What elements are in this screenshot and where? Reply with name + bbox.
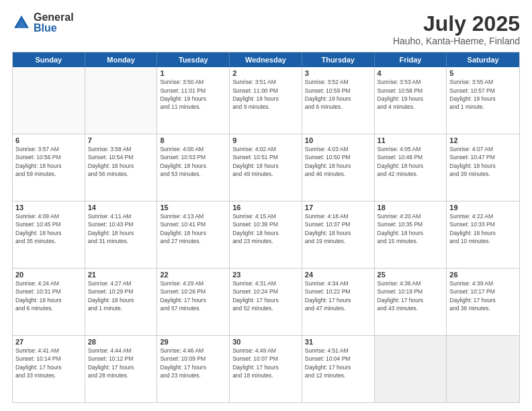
day-info: Sunrise: 4:29 AM Sunset: 10:26 PM Daylig… [160,279,226,312]
day-info: Sunrise: 4:15 AM Sunset: 10:39 PM Daylig… [232,212,299,245]
calendar-cell: 13Sunrise: 4:09 AM Sunset: 10:45 PM Dayl… [13,201,85,268]
day-info: Sunrise: 4:22 AM Sunset: 10:33 PM Daylig… [449,212,517,245]
day-number: 17 [305,203,371,212]
day-number: 30 [232,338,299,346]
day-info: Sunrise: 4:20 AM Sunset: 10:35 PM Daylig… [378,212,444,245]
logo-general: General [34,12,74,23]
calendar-week-3: 13Sunrise: 4:09 AM Sunset: 10:45 PM Dayl… [13,201,519,268]
calendar-cell: 10Sunrise: 4:03 AM Sunset: 10:50 PM Dayl… [302,134,375,201]
calendar-title: July 2025 [393,12,520,36]
day-info: Sunrise: 4:44 AM Sunset: 10:12 PM Daylig… [88,347,154,379]
calendar-cell: 9Sunrise: 4:02 AM Sunset: 10:51 PM Dayli… [230,134,302,201]
day-number: 21 [88,271,154,279]
day-info: Sunrise: 4:00 AM Sunset: 10:53 PM Daylig… [160,145,226,178]
day-number: 18 [378,203,444,212]
calendar-header-row: SundayMondayTuesdayWednesdayThursdayFrid… [13,52,519,67]
calendar-cell: 25Sunrise: 4:36 AM Sunset: 10:19 PM Dayl… [375,269,447,335]
header-day-tuesday: Tuesday [157,52,230,67]
day-number: 29 [160,338,226,346]
day-number: 14 [88,203,154,212]
day-number: 7 [88,136,154,144]
calendar-cell: 31Sunrise: 4:51 AM Sunset: 10:04 PM Dayl… [302,336,375,402]
calendar-cell: 12Sunrise: 4:07 AM Sunset: 10:47 PM Dayl… [447,134,519,201]
day-info: Sunrise: 4:36 AM Sunset: 10:19 PM Daylig… [378,279,444,312]
day-info: Sunrise: 3:57 AM Sunset: 10:56 PM Daylig… [15,145,82,178]
calendar-cell: 28Sunrise: 4:44 AM Sunset: 10:12 PM Dayl… [85,336,158,402]
calendar-cell: 19Sunrise: 4:22 AM Sunset: 10:33 PM Dayl… [447,201,519,268]
calendar-subtitle: Hauho, Kanta-Haeme, Finland [393,36,520,46]
calendar-week-1: 1Sunrise: 3:50 AM Sunset: 11:01 PM Dayli… [13,67,519,134]
calendar-cell: 4Sunrise: 3:53 AM Sunset: 10:58 PM Dayli… [375,67,447,134]
day-number: 5 [449,69,517,77]
calendar-cell: 8Sunrise: 4:00 AM Sunset: 10:53 PM Dayli… [157,134,230,201]
day-number: 20 [15,271,82,279]
day-info: Sunrise: 4:09 AM Sunset: 10:45 PM Daylig… [15,212,82,245]
day-info: Sunrise: 4:05 AM Sunset: 10:48 PM Daylig… [378,145,444,178]
logo: General Blue [12,12,74,34]
day-info: Sunrise: 4:27 AM Sunset: 10:29 PM Daylig… [88,279,154,312]
day-number: 1 [160,69,226,77]
day-info: Sunrise: 3:53 AM Sunset: 10:58 PM Daylig… [378,78,444,111]
calendar-cell: 5Sunrise: 3:55 AM Sunset: 10:57 PM Dayli… [447,67,519,134]
day-info: Sunrise: 4:24 AM Sunset: 10:31 PM Daylig… [15,279,82,312]
day-info: Sunrise: 4:46 AM Sunset: 10:09 PM Daylig… [160,347,226,379]
calendar-cell: 6Sunrise: 3:57 AM Sunset: 10:56 PM Dayli… [13,134,85,201]
day-info: Sunrise: 3:55 AM Sunset: 10:57 PM Daylig… [449,78,517,111]
header-day-friday: Friday [375,52,447,67]
day-number: 22 [160,271,226,279]
day-number: 16 [232,203,299,212]
calendar-cell [447,336,519,402]
day-info: Sunrise: 4:31 AM Sunset: 10:24 PM Daylig… [232,279,299,312]
calendar-cell: 7Sunrise: 3:58 AM Sunset: 10:54 PM Dayli… [85,134,158,201]
day-info: Sunrise: 4:51 AM Sunset: 10:04 PM Daylig… [305,347,371,379]
calendar-cell: 22Sunrise: 4:29 AM Sunset: 10:26 PM Dayl… [157,269,230,335]
day-number: 26 [449,271,517,279]
calendar-cell: 26Sunrise: 4:39 AM Sunset: 10:17 PM Dayl… [447,269,519,335]
calendar-body: 1Sunrise: 3:50 AM Sunset: 11:01 PM Dayli… [13,67,519,402]
day-number: 6 [15,136,82,144]
day-number: 8 [160,136,226,144]
calendar-cell: 14Sunrise: 4:11 AM Sunset: 10:43 PM Dayl… [85,201,158,268]
day-info: Sunrise: 4:49 AM Sunset: 10:07 PM Daylig… [232,347,299,379]
calendar-week-5: 27Sunrise: 4:41 AM Sunset: 10:14 PM Dayl… [13,335,519,402]
day-info: Sunrise: 3:51 AM Sunset: 11:00 PM Daylig… [232,78,299,111]
calendar-cell: 29Sunrise: 4:46 AM Sunset: 10:09 PM Dayl… [157,336,230,402]
logo-text: General Blue [34,12,74,34]
day-info: Sunrise: 4:18 AM Sunset: 10:37 PM Daylig… [305,212,371,245]
calendar-cell: 17Sunrise: 4:18 AM Sunset: 10:37 PM Dayl… [302,201,375,268]
day-number: 27 [15,338,82,346]
day-number: 3 [305,69,371,77]
calendar-cell: 16Sunrise: 4:15 AM Sunset: 10:39 PM Dayl… [230,201,302,268]
logo-icon [12,13,31,32]
calendar-cell: 15Sunrise: 4:13 AM Sunset: 10:41 PM Dayl… [157,201,230,268]
calendar-cell: 1Sunrise: 3:50 AM Sunset: 11:01 PM Dayli… [157,67,230,134]
calendar-cell [13,67,85,134]
calendar-cell: 2Sunrise: 3:51 AM Sunset: 11:00 PM Dayli… [230,67,302,134]
day-info: Sunrise: 3:52 AM Sunset: 10:59 PM Daylig… [305,78,371,111]
header-day-wednesday: Wednesday [230,52,302,67]
calendar-cell: 23Sunrise: 4:31 AM Sunset: 10:24 PM Dayl… [230,269,302,335]
header-day-thursday: Thursday [302,52,375,67]
day-number: 25 [378,271,444,279]
day-number: 24 [305,271,371,279]
day-info: Sunrise: 4:07 AM Sunset: 10:47 PM Daylig… [449,145,517,178]
calendar-cell: 27Sunrise: 4:41 AM Sunset: 10:14 PM Dayl… [13,336,85,402]
day-info: Sunrise: 4:03 AM Sunset: 10:50 PM Daylig… [305,145,371,178]
day-number: 11 [378,136,444,144]
day-number: 19 [449,203,517,212]
calendar-cell: 3Sunrise: 3:52 AM Sunset: 10:59 PM Dayli… [302,67,375,134]
calendar-cell: 21Sunrise: 4:27 AM Sunset: 10:29 PM Dayl… [85,269,158,335]
day-number: 28 [88,338,154,346]
day-info: Sunrise: 4:13 AM Sunset: 10:41 PM Daylig… [160,212,226,245]
calendar-cell [375,336,447,402]
calendar-cell: 20Sunrise: 4:24 AM Sunset: 10:31 PM Dayl… [13,269,85,335]
calendar-cell: 11Sunrise: 4:05 AM Sunset: 10:48 PM Dayl… [375,134,447,201]
day-number: 31 [305,338,371,346]
header-day-sunday: Sunday [13,52,85,67]
day-info: Sunrise: 3:58 AM Sunset: 10:54 PM Daylig… [88,145,154,178]
day-info: Sunrise: 4:39 AM Sunset: 10:17 PM Daylig… [449,279,517,312]
day-info: Sunrise: 3:50 AM Sunset: 11:01 PM Daylig… [160,78,226,111]
header-day-monday: Monday [85,52,158,67]
header: General Blue July 2025 Hauho, Kanta-Haem… [12,12,520,46]
day-info: Sunrise: 4:02 AM Sunset: 10:51 PM Daylig… [232,145,299,178]
